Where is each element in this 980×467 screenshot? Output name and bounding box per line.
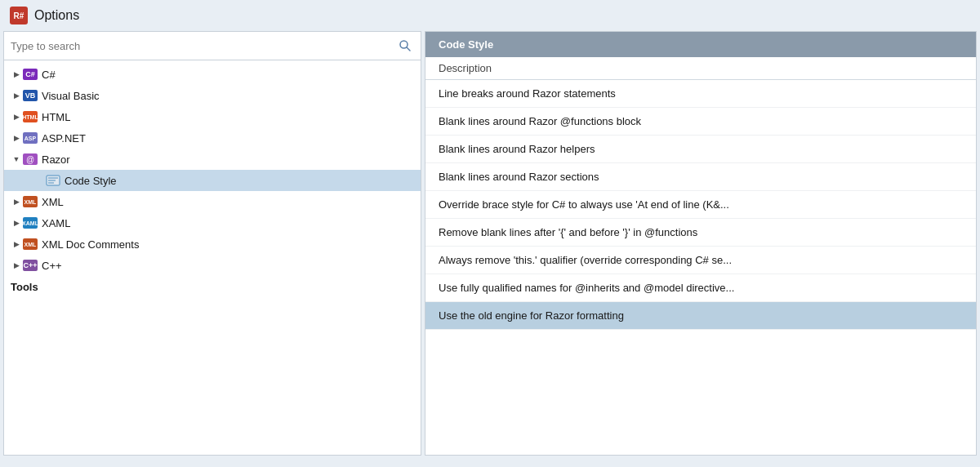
list-item-remove-blank[interactable]: Remove blank lines after '{' and before … bbox=[425, 219, 976, 247]
list-item-blank-functions[interactable]: Blank lines around Razor @functions bloc… bbox=[425, 108, 976, 136]
tree-item-cs[interactable]: C# C# bbox=[4, 64, 421, 85]
search-input[interactable] bbox=[11, 40, 391, 52]
tree-label-html: HTML bbox=[42, 111, 70, 123]
tree-arrow-html bbox=[11, 111, 22, 122]
list-item-override-brace[interactable]: Override brace style for C# to always us… bbox=[425, 191, 976, 219]
list-item-blank-helpers[interactable]: Blank lines around Razor helpers bbox=[425, 136, 976, 163]
tree-label-vb: Visual Basic bbox=[42, 90, 100, 102]
tree-icon-vb: VB bbox=[22, 89, 38, 102]
tree-arrow-xml bbox=[11, 196, 22, 207]
tree-icon-razor: @ bbox=[22, 153, 38, 166]
tree-item-razor[interactable]: @ Razor bbox=[4, 149, 421, 170]
tree-item-html[interactable]: HTML HTML bbox=[4, 106, 421, 127]
tree-item-xaml[interactable]: XAML XAML bbox=[4, 212, 421, 234]
tree-icon-xmldoc: XML bbox=[22, 238, 38, 251]
tree-icon-aspnet: ASP bbox=[22, 131, 38, 145]
tree-label-xaml: XAML bbox=[42, 217, 70, 229]
app-icon: R# bbox=[10, 7, 28, 24]
list-container: Line breaks around Razor statements Blan… bbox=[425, 80, 976, 455]
tree-label-razor: Razor bbox=[42, 153, 70, 166]
list-item-always-remove[interactable]: Always remove 'this.' qualifier (overrid… bbox=[425, 247, 976, 274]
tree-item-aspnet[interactable]: ASP ASP.NET bbox=[4, 127, 421, 149]
tree-label-aspnet: ASP.NET bbox=[42, 132, 86, 145]
tree-label-cpp: C++ bbox=[42, 260, 62, 272]
right-panel: Code Style Description Line breaks aroun… bbox=[425, 31, 977, 456]
tree-label-xml: XML bbox=[42, 196, 64, 208]
tree-arrow-aspnet bbox=[11, 132, 22, 144]
tree-arrow-xaml bbox=[11, 217, 22, 229]
window-title: Options bbox=[34, 8, 79, 23]
tree-arrow-xmldoc bbox=[11, 238, 22, 250]
tree-icon-xaml: XAML bbox=[22, 216, 38, 229]
tree-icon-cs: C# bbox=[22, 68, 38, 81]
search-bar bbox=[4, 32, 421, 60]
list-item-blank-sections[interactable]: Blank lines around Razor sections bbox=[425, 163, 976, 191]
tree-icon-xml: XML bbox=[22, 195, 38, 208]
section-tools: Tools bbox=[4, 276, 421, 296]
panel-header: Code Style bbox=[425, 32, 976, 57]
tree-label-codestyle: Code Style bbox=[65, 175, 117, 187]
list-item-line-breaks[interactable]: Line breaks around Razor statements bbox=[425, 80, 976, 108]
list-item-fully-qualified[interactable]: Use fully qualified names for @inherits … bbox=[425, 274, 976, 302]
tree-item-xml[interactable]: XML XML bbox=[4, 191, 421, 212]
tree-icon-cpp: C++ bbox=[22, 259, 38, 272]
list-item-old-engine[interactable]: Use the old engine for Razor formatting bbox=[425, 302, 976, 330]
tree-icon-codestyle bbox=[45, 174, 61, 187]
tree-arrow-cs bbox=[11, 69, 22, 80]
search-icon[interactable] bbox=[396, 37, 414, 55]
tree-container: C# C# VB Visual Basic HTML HTML bbox=[4, 60, 421, 455]
column-header: Description bbox=[425, 57, 976, 80]
tree-item-vb[interactable]: VB Visual Basic bbox=[4, 85, 421, 106]
tree-label-cs: C# bbox=[42, 69, 56, 81]
svg-line-1 bbox=[407, 47, 410, 51]
tree-arrow-cpp bbox=[11, 260, 22, 271]
tree-item-cpp[interactable]: C++ C++ bbox=[4, 255, 421, 276]
tree-arrow-razor bbox=[11, 153, 22, 165]
tree-item-xmldoc[interactable]: XML XML Doc Comments bbox=[4, 234, 421, 255]
title-bar: R# Options bbox=[0, 0, 980, 31]
tree-label-xmldoc: XML Doc Comments bbox=[42, 238, 139, 251]
main-container: C# C# VB Visual Basic HTML HTML bbox=[0, 31, 980, 459]
tree-icon-html: HTML bbox=[22, 110, 38, 123]
left-panel: C# C# VB Visual Basic HTML HTML bbox=[3, 31, 421, 456]
tree-item-codestyle[interactable]: Code Style bbox=[4, 170, 421, 191]
tree-arrow-vb bbox=[11, 90, 22, 101]
